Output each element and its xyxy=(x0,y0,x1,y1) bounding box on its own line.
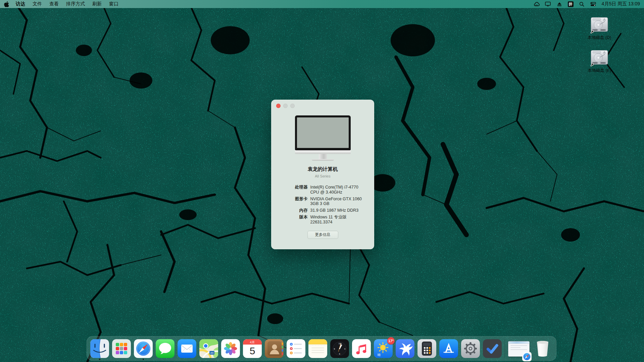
about-this-computer-window: 袁龙的计算机 All Series 处理器 Intel(R) Core(TM) … xyxy=(271,100,374,249)
search-icon[interactable] xyxy=(579,1,585,7)
spec-row-os: 版本 Windows 11 专业版 22631.3374 xyxy=(275,215,371,225)
dock-item-notes[interactable] xyxy=(308,339,327,361)
menu-item-finder[interactable]: 访达 xyxy=(12,0,29,8)
photos-icon xyxy=(221,339,240,358)
spec-label: 图形卡 xyxy=(275,197,308,207)
dock-item-messages[interactable] xyxy=(156,339,175,361)
dock-item-mail[interactable] xyxy=(178,339,196,361)
menu-item-window[interactable]: 窗口 xyxy=(106,0,122,8)
control-center-icon[interactable] xyxy=(590,1,596,7)
imac-screen xyxy=(297,117,349,148)
dock-item-weather[interactable]: 晴 17° xyxy=(374,339,393,361)
desktop-icon-label: 本地磁盘 (D) xyxy=(583,35,616,41)
zoom-button[interactable] xyxy=(290,104,295,108)
calendar-day: 5 xyxy=(250,345,255,356)
notes-icon xyxy=(308,339,327,358)
dock-separator xyxy=(505,339,505,358)
cloud-icon[interactable] xyxy=(534,1,540,7)
safari-badge-icon xyxy=(522,352,532,361)
imac-stand xyxy=(319,154,327,159)
running-indicator xyxy=(99,359,100,360)
safari-icon xyxy=(134,339,153,358)
music-icon xyxy=(352,339,371,358)
input-method-indicator[interactable]: 拼 xyxy=(568,1,574,7)
messages-icon xyxy=(156,339,175,358)
dock-item-contacts[interactable] xyxy=(265,339,284,361)
display-icon[interactable] xyxy=(545,1,551,7)
close-button[interactable] xyxy=(276,104,281,108)
reminders-icon xyxy=(287,339,305,358)
dock-item-finder[interactable] xyxy=(90,339,109,361)
thunder-bird-icon xyxy=(396,339,414,358)
dock-item-trash[interactable] xyxy=(533,339,552,361)
trash-icon xyxy=(533,339,552,358)
menu-item-view[interactable]: 查看 xyxy=(46,0,62,8)
spec-row-gpu: 图形卡 NVIDIA GeForce GTX 1060 3GB 3 GB xyxy=(275,197,371,207)
dock-item-clock[interactable]: 12369 xyxy=(330,339,349,361)
dock-item-app-store[interactable] xyxy=(439,339,458,361)
svg-text:280: 280 xyxy=(210,352,214,354)
mail-icon xyxy=(178,339,196,358)
imac-chin xyxy=(295,150,351,154)
apple-icon xyxy=(4,1,9,7)
settings-gear-icon xyxy=(461,339,480,358)
thumbnail-line xyxy=(510,349,527,350)
dock-item-launchpad[interactable] xyxy=(112,339,131,361)
menu-bar-clock[interactable]: 4月5日 周五 13:09 xyxy=(602,1,640,7)
spec-row-cpu: 处理器 Intel(R) Core(TM) i7-4770 CPU @ 3.40… xyxy=(275,185,371,195)
thumbnail-line xyxy=(510,347,521,348)
spec-label: 内存 xyxy=(275,208,308,213)
dock-item-music[interactable] xyxy=(352,339,371,361)
maps-icon: 280 xyxy=(199,339,218,358)
launchpad-icon xyxy=(112,339,131,358)
finder-icon xyxy=(90,339,109,358)
window-controls xyxy=(276,104,295,108)
spec-value: Intel(R) Core(TM) i7-4770 CPU @ 3.40GHz xyxy=(310,185,368,195)
weather-badge: 17° xyxy=(387,337,395,345)
computer-model: All Series xyxy=(271,174,374,178)
calculator-icon xyxy=(417,339,436,358)
dock-item-reminders[interactable] xyxy=(287,339,305,361)
dock-item-calculator[interactable] xyxy=(417,339,436,361)
spec-label: 版本 xyxy=(275,215,308,225)
dock-item-calendar[interactable]: 4月 5 xyxy=(243,339,262,361)
computer-name: 袁龙的计算机 xyxy=(271,166,374,172)
desktop-icon-disk-d[interactable]: ↗ 本地磁盘 (D) xyxy=(583,17,616,41)
shortcut-arrow-icon: ↗ xyxy=(590,30,594,34)
spec-label: 处理器 xyxy=(275,185,308,195)
imac-illustration xyxy=(295,115,351,161)
dock: 280 4月 5 xyxy=(87,336,556,361)
calendar-icon: 4月 5 xyxy=(243,339,262,358)
contacts-icon xyxy=(265,339,284,358)
todo-checkmark-icon xyxy=(483,339,502,358)
eject-icon[interactable] xyxy=(556,1,562,7)
spec-list: 处理器 Intel(R) Core(TM) i7-4770 CPU @ 3.40… xyxy=(275,185,371,224)
desktop-icon-label: 本地磁盘 (E) xyxy=(583,68,616,73)
apple-menu[interactable] xyxy=(4,1,9,7)
spec-value: NVIDIA GeForce GTX 1060 3GB 3 GB xyxy=(310,197,368,207)
running-indicator xyxy=(143,359,144,360)
thumbnail-line xyxy=(510,345,527,346)
thumbnail-titlebar xyxy=(508,342,529,344)
dock-item-minimized-window[interactable] xyxy=(508,339,530,361)
desktop-icon-disk-e[interactable]: ↗ 本地磁盘 (E) xyxy=(583,50,616,73)
menu-bar-status: 拼 4月5日 周五 13:09 xyxy=(534,1,640,7)
spec-row-memory: 内存 31.9 GB 1867 MHz DDR3 xyxy=(275,208,371,213)
imac-base xyxy=(312,159,334,161)
dock-item-settings[interactable] xyxy=(461,339,480,361)
menu-bar: 访达 文件 查看 排序方式 刷新 窗口 拼 4月5日 周五 13:09 xyxy=(0,0,644,8)
more-info-button[interactable]: 更多信息 xyxy=(307,231,338,239)
weather-condition: 晴 xyxy=(378,353,381,357)
menu-item-refresh[interactable]: 刷新 xyxy=(89,0,105,8)
dock-item-photos[interactable] xyxy=(221,339,240,361)
minimize-button[interactable] xyxy=(283,104,288,108)
menu-item-sort[interactable]: 排序方式 xyxy=(63,0,88,8)
dock-item-maps[interactable]: 280 xyxy=(199,339,218,361)
menu-item-file[interactable]: 文件 xyxy=(29,0,45,8)
dock-item-safari[interactable] xyxy=(134,339,153,361)
spec-value: 31.9 GB 1867 MHz DDR3 xyxy=(310,208,368,213)
dock-item-thunder[interactable] xyxy=(396,339,414,361)
dock-item-todo[interactable] xyxy=(483,339,502,361)
app-store-icon xyxy=(439,339,458,358)
calendar-month: 4月 xyxy=(250,340,255,344)
